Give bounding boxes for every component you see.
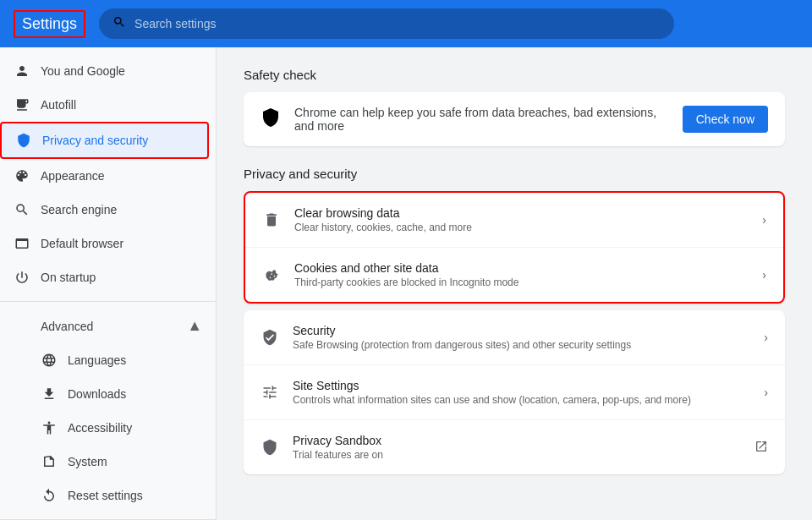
sidebar-item-accessibility[interactable]: Accessibility [0, 411, 209, 445]
cookie-icon [262, 265, 281, 284]
advanced-label: Advanced [41, 320, 177, 333]
cookies-site-data-content: Cookies and other site data Third-party … [294, 261, 749, 288]
browser-icon [14, 235, 30, 252]
cookies-site-data-title: Cookies and other site data [294, 261, 749, 275]
sidebar-item-label: Default browser [41, 237, 123, 250]
sidebar-divider [0, 301, 216, 302]
main-content: Safety check Chrome can help keep you sa… [217, 47, 812, 520]
sandbox-icon [261, 438, 279, 457]
accessibility-icon [41, 419, 58, 436]
sidebar-item-label: Search engine [41, 203, 117, 216]
site-settings-item[interactable]: Site Settings Controls what information … [244, 365, 785, 420]
app-title: Settings [14, 10, 85, 38]
person-icon [14, 63, 30, 79]
sidebar-item-downloads[interactable]: Downloads [0, 377, 209, 411]
app-header: Settings [0, 0, 812, 47]
search-icon [14, 201, 30, 218]
safety-shield-icon [261, 107, 281, 131]
trash-icon [262, 211, 281, 229]
chevron-right-icon: › [762, 268, 766, 282]
sidebar-advanced-header[interactable]: Advanced ▲ [0, 309, 216, 343]
security-desc: Safe Browsing (protection from dangerous… [293, 339, 750, 351]
privacy-sandbox-item[interactable]: Privacy Sandbox Trial features are on [244, 420, 785, 474]
site-settings-content: Site Settings Controls what information … [293, 379, 750, 406]
privacy-sandbox-content: Privacy Sandbox Trial features are on [293, 434, 741, 461]
sidebar-item-system[interactable]: System [0, 445, 209, 479]
sidebar-item-label: Autofill [41, 98, 76, 112]
sidebar-item-you-and-google[interactable]: You and Google [0, 54, 209, 88]
cookies-site-data-desc: Third-party cookies are blocked in Incog… [294, 276, 749, 288]
shield-icon [15, 132, 32, 149]
advanced-icon [14, 318, 30, 335]
clear-browsing-data-content: Clear browsing data Clear history, cooki… [294, 206, 749, 233]
sidebar-item-label: System [68, 455, 107, 468]
sidebar-item-appearance[interactable]: Appearance [0, 159, 209, 193]
sidebar-item-default-browser[interactable]: Default browser [0, 227, 209, 260]
search-input[interactable] [134, 17, 661, 30]
globe-icon [41, 352, 58, 369]
sidebar-item-label: Privacy and security [42, 134, 148, 147]
download-icon [41, 386, 58, 402]
sidebar: You and Google Autofill Privacy and secu… [0, 47, 217, 520]
chevron-right-icon: › [764, 331, 768, 344]
privacy-sandbox-desc: Trial features are on [293, 449, 741, 461]
reset-icon [41, 487, 58, 504]
palette-icon [14, 167, 30, 184]
system-icon [41, 453, 58, 470]
security-item[interactable]: Security Safe Browsing (protection from … [244, 310, 785, 365]
sidebar-item-privacy-and-security[interactable]: Privacy and security [0, 122, 209, 159]
chevron-right-icon: › [764, 386, 768, 399]
safety-check-card: Chrome can help keep you safe from data … [244, 92, 785, 146]
search-icon [112, 15, 126, 32]
sidebar-item-on-startup[interactable]: On startup [0, 260, 209, 294]
sidebar-item-label: Reset settings [68, 489, 143, 502]
sidebar-item-label: Languages [68, 353, 126, 367]
autofill-icon [14, 96, 30, 113]
external-link-icon [754, 440, 768, 456]
sidebar-item-label: Downloads [68, 387, 126, 401]
check-now-button[interactable]: Check now [683, 106, 768, 133]
search-bar[interactable] [99, 8, 674, 39]
sidebar-item-search-engine[interactable]: Search engine [0, 193, 209, 227]
site-settings-desc: Controls what information sites can use … [293, 394, 750, 406]
main-layout: You and Google Autofill Privacy and secu… [0, 47, 812, 520]
sidebar-item-label: You and Google [41, 64, 125, 78]
chevron-right-icon: › [762, 213, 766, 227]
site-settings-title: Site Settings [293, 379, 750, 392]
sidebar-item-label: On startup [41, 271, 96, 284]
sidebar-item-autofill[interactable]: Autofill [0, 88, 209, 122]
clear-browsing-data-desc: Clear history, cookies, cache, and more [294, 222, 749, 233]
shield-check-icon [261, 328, 279, 347]
sidebar-item-label: Appearance [41, 169, 105, 183]
sidebar-item-label: Accessibility [68, 421, 132, 435]
chevron-up-icon: ▲ [187, 317, 202, 335]
security-content: Security Safe Browsing (protection from … [293, 324, 750, 351]
sliders-icon [261, 383, 279, 402]
security-title: Security [293, 324, 750, 337]
privacy-sandbox-title: Privacy Sandbox [293, 434, 741, 447]
safety-check-title: Safety check [244, 68, 785, 82]
power-icon [14, 269, 30, 286]
clear-browsing-data-title: Clear browsing data [294, 206, 749, 220]
sidebar-item-languages[interactable]: Languages [0, 343, 209, 377]
privacy-normal-card: Security Safe Browsing (protection from … [244, 310, 785, 474]
safety-check-description: Chrome can help keep you safe from data … [294, 106, 669, 133]
clear-browsing-data-item[interactable]: Clear browsing data Clear history, cooki… [245, 193, 783, 248]
sidebar-item-reset-settings[interactable]: Reset settings [0, 479, 209, 512]
cookies-site-data-item[interactable]: Cookies and other site data Third-party … [245, 248, 783, 302]
privacy-highlighted-card: Clear browsing data Clear history, cooki… [244, 191, 785, 304]
privacy-security-title: Privacy and security [244, 167, 785, 181]
